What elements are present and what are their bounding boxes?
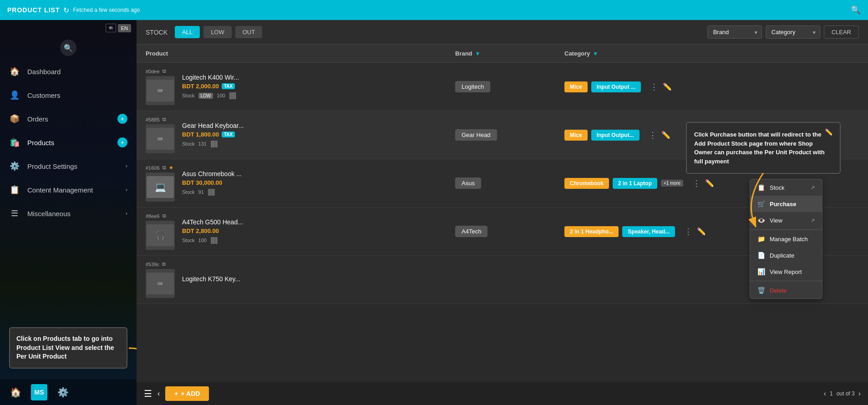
report-ctx-icon: 📊 (757, 268, 765, 275)
copy-icon[interactable]: ⧉ (162, 165, 166, 171)
row-actions: ⋮ ✏️ (648, 80, 672, 94)
brand-tag: Asus (455, 177, 481, 189)
customers-icon: 👤 (9, 90, 20, 101)
context-menu-view-report[interactable]: 📊 View Report (750, 263, 822, 280)
edit-button[interactable]: ✏️ (663, 82, 672, 91)
context-report-label: View Report (770, 268, 802, 275)
more-options-button[interactable]: ⋮ (682, 225, 694, 238)
context-menu-duplicate[interactable]: 📄 Duplicate (750, 247, 822, 263)
barcode-icon: ||||||| (229, 91, 236, 100)
sidebar-item-label: Content Management (27, 186, 126, 194)
home-icon: 🏠 (9, 66, 20, 77)
plus-icon: + (174, 390, 178, 397)
chevron-right-icon: › (126, 187, 127, 193)
more-options-button[interactable]: ⋮ (648, 80, 660, 94)
barcode-icon: ||||||| (210, 236, 217, 244)
copy-icon[interactable]: ⧉ (162, 261, 166, 267)
product-details: A4Tech G500 Head... BDT 2,800.00 Stock 1… (182, 218, 455, 244)
brand-select-wrapper[interactable]: Brand (707, 25, 762, 39)
more-count-badge: +1 more (661, 180, 683, 187)
products-icon: 🛍️ (9, 137, 20, 148)
sidebar-item-products[interactable]: 🛍️ Products + (0, 131, 137, 154)
orders-icon: 📦 (9, 113, 20, 124)
refresh-icon[interactable]: ↻ (63, 6, 69, 15)
product-price: BDT 30,000.00 (182, 179, 455, 186)
external-link-icon: ↗ (811, 218, 815, 223)
sidebar-item-customers[interactable]: 👤 Customers (0, 83, 137, 107)
filter-out-button[interactable]: OUT (235, 26, 262, 38)
sidebar-item-orders[interactable]: 📦 Orders + (0, 107, 137, 131)
more-options-button[interactable]: ⋮ (690, 177, 702, 190)
page-label: out of 3 (837, 390, 855, 397)
lang-en-button[interactable]: EN (118, 24, 131, 32)
context-delete-label: Delete (770, 287, 787, 294)
settings-bottom-icon[interactable]: ⚙️ (55, 384, 71, 400)
product-image: ⌨ (146, 76, 175, 105)
next-page-button[interactable]: › (858, 390, 861, 398)
brand-cell: A4Tech (455, 226, 564, 237)
home-bottom-icon[interactable]: 🏠 (7, 384, 24, 400)
sidebar-item-label: Dashboard (27, 68, 127, 76)
category-tag: Input Output ... (591, 81, 641, 92)
clear-button[interactable]: CLEAR (824, 25, 859, 39)
category-tag: 2 in 1 Laptop (613, 178, 657, 189)
sidebar-item-label: Product Settings (27, 162, 126, 170)
sidebar-search-button[interactable]: 🔍 (60, 40, 76, 56)
sidebar-item-dashboard[interactable]: 🏠 Dashboard (0, 60, 137, 83)
duplicate-ctx-icon: 📄 (757, 252, 765, 259)
context-menu-delete[interactable]: 🗑️ Delete (750, 282, 822, 299)
copy-icon[interactable]: ⧉ (162, 116, 166, 122)
hamburger-button[interactable]: ☰ (144, 388, 152, 399)
brand-filter-icon[interactable]: ▼ (475, 51, 481, 57)
top-bar: PRODUCT LIST ↻ Fetched a few seconds ago… (0, 0, 868, 20)
category-cell: Mice Input Output ... ⋮ ✏️ (564, 80, 859, 94)
product-id: #1606 ⧉ ★ (146, 165, 175, 171)
tooltip-products-info: Click on Products tab to go into Product… (9, 327, 127, 369)
edit-button[interactable]: ✏️ (661, 131, 670, 139)
category-select-wrapper[interactable]: Category (766, 25, 820, 39)
back-button[interactable]: ‹ (157, 390, 160, 398)
brand-select[interactable]: Brand (707, 25, 762, 39)
copy-icon[interactable]: ⧉ (162, 68, 166, 74)
filter-low-button[interactable]: LOW (203, 26, 232, 38)
context-menu-manage-batch[interactable]: 📁 Manage Batch (750, 231, 822, 247)
product-id: #0dee ⧉ (146, 68, 175, 74)
stock-label: STOCK (146, 29, 168, 36)
product-details: Logitech K750 Key... (182, 275, 455, 284)
ms-logo-icon[interactable]: MS (31, 384, 47, 400)
products-add-button[interactable]: + (117, 137, 127, 147)
sidebar-item-label: Orders (27, 115, 114, 123)
sidebar-item-product-settings[interactable]: ⚙️ Product Settings › (0, 154, 137, 178)
lang-bn-button[interactable]: বাং (106, 24, 116, 32)
brand-cell: Gear Head (455, 129, 564, 141)
brand-cell: Logitech (455, 81, 564, 92)
fetched-status: Fetched a few seconds ago (73, 7, 140, 13)
chevron-right-icon: › (126, 163, 127, 169)
product-image: ⌨ (146, 124, 175, 153)
copy-icon[interactable]: ⧉ (162, 213, 166, 219)
filter-all-button[interactable]: ALL (175, 26, 200, 38)
add-product-button[interactable]: + + ADD (165, 386, 209, 401)
search-icon[interactable]: 🔍 (851, 5, 861, 15)
more-options-button[interactable]: ⋮ (647, 128, 659, 142)
category-tag: Mice (564, 81, 588, 92)
category-filter-icon[interactable]: ▼ (593, 51, 598, 57)
brand-cell: Asus (455, 177, 564, 189)
edit-button[interactable]: ✏️ (705, 179, 714, 187)
delete-ctx-icon: 🗑️ (757, 287, 765, 294)
edit-button[interactable]: ✏️ (697, 227, 706, 236)
prev-page-button[interactable]: ‹ (824, 390, 826, 398)
orders-add-button[interactable]: + (117, 114, 127, 124)
tooltip-edit-icon[interactable]: ✏️ (825, 127, 832, 137)
sidebar-item-label: Customers (27, 91, 127, 99)
page-title: PRODUCT LIST (7, 6, 60, 14)
product-image: 🎧 (146, 221, 175, 250)
sidebar: বাং EN 🔍 🏠 Dashboard 👤 Customers 📦 Order… (0, 20, 137, 405)
category-select[interactable]: Category (766, 25, 820, 39)
sidebar-item-content-management[interactable]: 📋 Content Management › (0, 178, 137, 202)
category-tag: 2 in 1 Headpho... (564, 226, 619, 237)
sidebar-bottom: 🏠 MS ⚙️ (0, 380, 137, 405)
sidebar-item-miscellaneous[interactable]: ☰ Miscellaneous › (0, 202, 137, 225)
row-actions: ⋮ ✏️ (647, 128, 670, 142)
stock-info: Stock 91 ||||||| (182, 188, 455, 196)
